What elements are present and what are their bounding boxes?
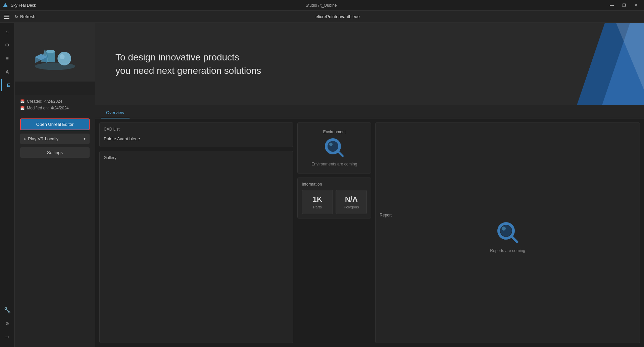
menubar-left: ↻ Refresh — [4, 13, 36, 20]
open-editor-button[interactable]: Open Unreal Editor — [20, 118, 90, 130]
hero-banner: To design innovative products you need n… — [95, 23, 644, 105]
information-card: Information 1K Parts N/A Polygons — [297, 178, 371, 218]
svg-point-6 — [46, 50, 55, 53]
info-grid: 1K Parts N/A Polygons — [302, 190, 367, 214]
play-vr-icon: ● — [23, 137, 26, 141]
svg-line-22 — [511, 236, 517, 242]
cad-list-card: CAD List Pointe Avant bleue — [99, 122, 293, 147]
menubar: ↻ Refresh elicrePointeavantbleue — [0, 11, 644, 23]
environment-icon — [324, 138, 344, 159]
tab-bar: Overview — [95, 105, 644, 118]
svg-marker-0 — [3, 3, 8, 7]
sidebar-item-list[interactable]: ≡ — [1, 52, 13, 64]
cad-list-title: CAD List — [104, 127, 289, 132]
app-logo — [3, 3, 8, 8]
gallery-card: Gallery — [99, 151, 293, 343]
svg-line-18 — [338, 151, 343, 156]
environment-title: Environment — [323, 130, 346, 134]
refresh-button[interactable]: ↻ Refresh — [15, 14, 36, 19]
play-vr-left: ● Play VR Locally — [23, 136, 58, 141]
titlebar-left: SkyReal Deck — [3, 3, 36, 8]
created-date: 4/24/2024 — [44, 99, 62, 104]
titlebar: SkyReal Deck Studio / t_Oubine — ❐ ✕ — [0, 0, 644, 11]
environment-card: Environment Environments are coming — [297, 122, 371, 174]
sidebar-item-a[interactable]: A — [1, 66, 13, 78]
restore-button[interactable]: ❐ — [618, 2, 629, 9]
tab-overview[interactable]: Overview — [101, 107, 130, 118]
project-actions: Open Unreal Editor ● Play VR Locally ▼ S… — [15, 114, 95, 162]
project-preview-bar — [15, 82, 95, 95]
refresh-label: Refresh — [20, 14, 36, 19]
svg-point-20 — [500, 225, 512, 237]
sidebar-item-e[interactable]: E — [1, 79, 13, 91]
sidebar-item-logout[interactable]: ↗ — [0, 329, 16, 346]
project-thumbnail — [15, 23, 95, 82]
settings-button[interactable]: Settings — [20, 147, 90, 158]
content-area: To design innovative products you need n… — [95, 23, 644, 347]
gallery-title: Gallery — [104, 155, 289, 160]
chevron-down-icon: ▼ — [83, 137, 86, 141]
hero-text: To design innovative products you need n… — [115, 51, 261, 77]
play-vr-label: Play VR Locally — [28, 136, 58, 141]
window-title: Studio / t_Oubine — [306, 3, 337, 8]
info-tile-parts: 1K Parts — [302, 190, 333, 214]
hero-line1: To design innovative products — [115, 51, 261, 64]
report-coming-text: Reports are coming — [490, 248, 525, 253]
created-row: 📅 Created: 4/24/2024 — [20, 99, 90, 104]
svg-point-2 — [57, 52, 71, 65]
calendar2-icon: 📅 — [20, 106, 25, 110]
svg-point-3 — [59, 54, 64, 59]
panel-right: Report Reports are coming — [375, 122, 640, 343]
sidebar-item-home[interactable]: ⌂ — [1, 26, 13, 38]
information-title: Information — [302, 182, 367, 187]
svg-point-1 — [35, 62, 75, 70]
hamburger-menu[interactable] — [4, 13, 11, 20]
info-tile-polygons: N/A Polygons — [336, 190, 367, 214]
panel-middle: Environment Environments are coming Info… — [297, 122, 371, 343]
sidebar-item-wrench[interactable]: 🔧 — [1, 304, 13, 316]
refresh-icon: ↻ — [15, 14, 18, 19]
modified-label: Modified on: — [27, 106, 49, 110]
report-icon — [496, 221, 519, 246]
calendar-icon: 📅 — [20, 99, 25, 104]
report-title: Report — [380, 213, 636, 217]
environment-coming-text: Environments are coming — [311, 162, 357, 166]
hero-triangle-decoration — [560, 23, 644, 105]
parts-label: Parts — [305, 205, 329, 209]
panel-left: CAD List Pointe Avant bleue Gallery — [99, 122, 293, 343]
left-panel: 📅 Created: 4/24/2024 📅 Modified on: 4/24… — [15, 23, 95, 347]
svg-point-21 — [502, 227, 506, 231]
report-card: Report Reports are coming — [375, 122, 640, 343]
main-layout: ⌂ ⚙ ≡ A E 🔧 ⚙ ↗ — [0, 23, 644, 347]
parts-value: 1K — [305, 195, 329, 204]
sidebar-bottom: 🔧 ⚙ ↗ — [1, 304, 13, 347]
close-button[interactable]: ✕ — [631, 2, 641, 9]
svg-point-17 — [329, 143, 333, 146]
overview-panels: CAD List Pointe Avant bleue Gallery Envi… — [95, 118, 644, 347]
sidebar-icons: ⌂ ⚙ ≡ A E 🔧 ⚙ ↗ — [0, 23, 15, 347]
thumbnail-3d-shapes — [30, 32, 80, 72]
window-controls: — ❐ ✕ — [606, 2, 641, 9]
modified-row: 📅 Modified on: 4/24/2024 — [20, 106, 90, 110]
polygons-label: Polygons — [339, 205, 363, 209]
app-name: SkyReal Deck — [11, 3, 36, 8]
play-vr-button[interactable]: ● Play VR Locally ▼ — [20, 134, 90, 144]
project-title: elicrePointeavantbleue — [36, 14, 640, 19]
minimize-button[interactable]: — — [606, 2, 617, 9]
created-label: Created: — [27, 99, 42, 104]
svg-point-16 — [328, 141, 338, 152]
hero-line2: you need next generation solutions — [115, 64, 261, 77]
cad-list-item: Pointe Avant bleue — [104, 135, 289, 143]
modified-date: 4/24/2024 — [51, 106, 68, 110]
polygons-value: N/A — [339, 195, 363, 204]
project-meta: 📅 Created: 4/24/2024 📅 Modified on: 4/24… — [15, 95, 95, 114]
sidebar-item-settings[interactable]: ⚙ — [1, 39, 13, 51]
sidebar-item-link[interactable]: ⚙ — [1, 317, 13, 330]
